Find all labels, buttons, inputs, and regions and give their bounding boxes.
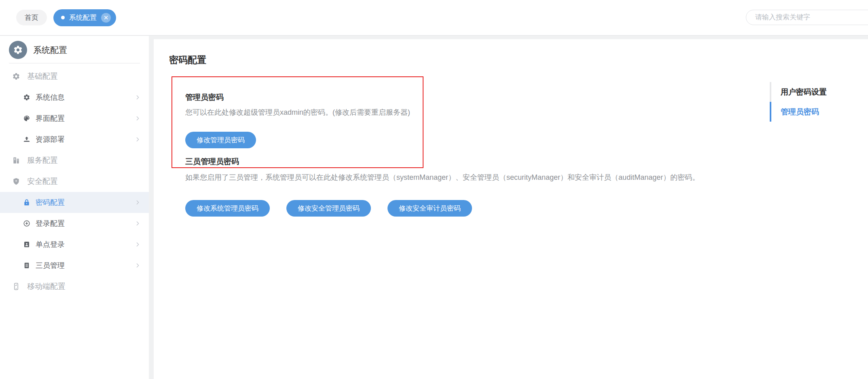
chevron-right-icon [134,220,141,227]
main-content: 密码配置 管理员密码 您可以在此处修改超级管理员xadmin的密码。(修改后需要… [154,39,868,379]
chevron-right-icon [134,115,141,122]
active-tab-dot-icon [61,16,65,19]
sidebar-menu: 基础配置 系统信息 界面配置 资源部署 [0,65,149,297]
sidebar-item-system-info[interactable]: 系统信息 [0,87,149,108]
login-arrow-icon [23,220,30,227]
server-icon [12,156,20,164]
sidebar-item-three-role-mgmt[interactable]: 三员管理 [0,255,149,276]
lock-icon [23,199,30,206]
change-admin-password-button[interactable]: 修改管理员密码 [185,132,256,148]
sidebar-item-label: 界面配置 [36,114,65,123]
tab-close-icon[interactable]: ✕ [101,13,111,23]
change-security-manager-password-button[interactable]: 修改安全管理员密码 [286,200,371,217]
sidebar-item-security-config[interactable]: 安全配置 [0,171,149,192]
sidebar-item-mobile-config[interactable]: 移动端配置 [0,276,149,297]
sidebar-item-sso[interactable]: 单点登录 [0,234,149,255]
tab-home[interactable]: 首页 [16,10,47,25]
sidebar-item-ui-config[interactable]: 界面配置 [0,108,149,129]
sidebar-item-service-config[interactable]: 服务配置 [0,150,149,171]
tab-system-config[interactable]: 系统配置 ✕ [53,9,116,26]
deploy-upload-icon [23,136,30,143]
search-input[interactable] [746,10,868,25]
id-badge-icon [23,241,30,248]
anchor-item-user-password-settings[interactable]: 用户密码设置 [770,82,868,102]
highlight-red-box [171,76,423,168]
sidebar: 系统配置 基础配置 系统信息 界面配置 [0,36,149,379]
document-icon [23,262,30,269]
chevron-right-icon [134,262,141,269]
sidebar-item-resource-deploy[interactable]: 资源部署 [0,129,149,150]
change-system-manager-password-button[interactable]: 修改系统管理员密码 [185,200,270,217]
admin-password-desc: 您可以在此处修改超级管理员xadmin的密码。(修改后需要重启服务器) [185,107,410,117]
change-audit-manager-password-button[interactable]: 修改安全审计员密码 [387,200,472,217]
sidebar-item-label: 服务配置 [27,155,58,166]
palette-icon [23,115,30,122]
mobile-icon [12,282,20,291]
sidebar-item-label: 登录配置 [36,219,65,228]
chevron-right-icon [134,199,141,206]
sidebar-item-basic-config[interactable]: 基础配置 [0,66,149,87]
chevron-right-icon [134,136,141,143]
top-bar: 首页 系统配置 ✕ [0,0,868,36]
three-role-password-desc: 如果您启用了三员管理，系统管理员可以在此处修改系统管理员（systemManag… [185,173,699,182]
chevron-right-icon [134,94,141,101]
anchor-nav: 用户密码设置 管理员密码 [770,82,868,122]
sidebar-divider [9,63,140,63]
sidebar-item-label: 单点登录 [36,240,65,249]
sidebar-item-label: 三员管理 [36,261,65,270]
sidebar-item-label: 基础配置 [27,71,58,82]
tab-bar: 首页 系统配置 ✕ [16,9,116,26]
anchor-item-admin-password[interactable]: 管理员密码 [770,102,868,122]
shield-icon [12,177,20,185]
sidebar-item-password-config[interactable]: 密码配置 [0,192,149,213]
chevron-right-icon [134,241,141,248]
sidebar-title: 系统配置 [33,44,67,56]
three-role-password-heading: 三员管理员密码 [185,156,239,167]
sidebar-item-label: 系统信息 [36,93,65,102]
gear-icon [23,94,30,101]
sidebar-item-label: 密码配置 [36,198,65,207]
sidebar-item-label: 资源部署 [36,135,65,144]
sidebar-item-login-config[interactable]: 登录配置 [0,213,149,234]
page-title: 密码配置 [169,54,206,66]
tab-system-config-label: 系统配置 [69,13,97,22]
system-config-gear-icon [9,41,27,59]
sidebar-item-label: 安全配置 [27,176,58,187]
sidebar-header: 系统配置 [0,36,149,59]
admin-password-heading: 管理员密码 [185,92,224,103]
sidebar-item-label: 移动端配置 [27,281,66,292]
gear-icon [12,72,20,80]
